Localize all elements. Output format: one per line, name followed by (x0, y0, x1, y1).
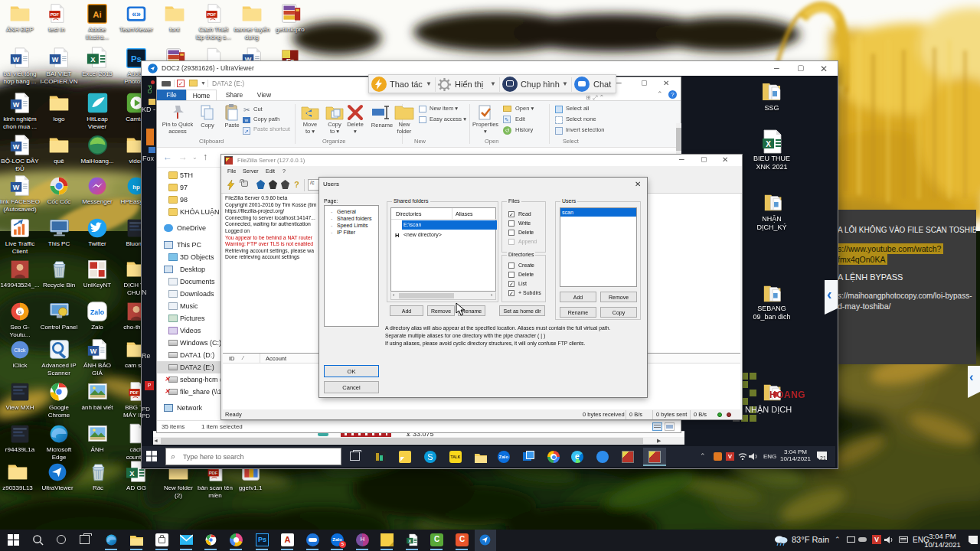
svg-text:X: X (766, 140, 771, 148)
